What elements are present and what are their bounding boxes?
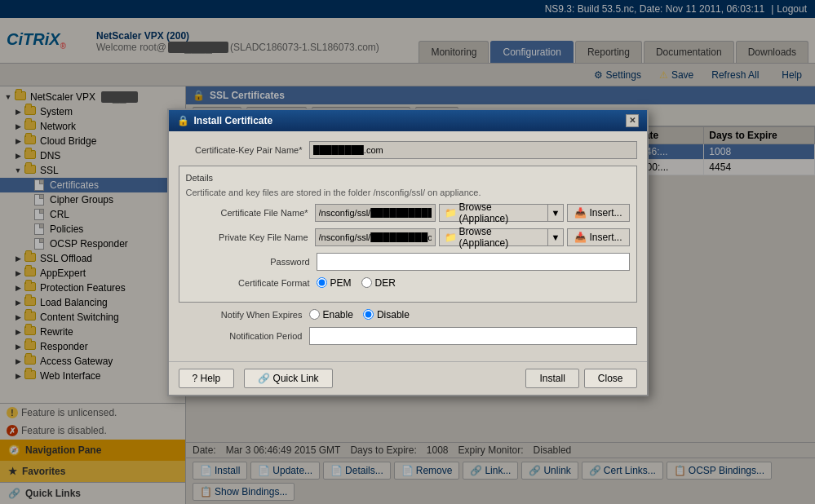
cert-browse-appliance-btn[interactable]: 📁 Browse (Appliance) [439, 204, 547, 222]
modal-footer-left: ? Help 🔗 Quick Link [179, 369, 333, 388]
modal-install-btn[interactable]: Install [525, 369, 578, 388]
details-group: Details Certificate and key files are st… [179, 166, 637, 303]
modal-help-btn[interactable]: ? Help [179, 369, 235, 388]
cert-format-row: Certificate Format PEM DER [186, 277, 630, 289]
notify-row: Notify When Expires Enable Disable [179, 309, 637, 321]
modal-body: Certificate-Key Pair Name* Details Certi… [169, 131, 647, 361]
cert-file-label: Certificate File Name* [186, 208, 315, 218]
key-browse-dropdown[interactable]: ▼ [547, 228, 565, 246]
pem-radio[interactable]: PEM [317, 277, 352, 289]
cert-format-radio-group: PEM DER [317, 277, 396, 289]
notify-enable-radio[interactable]: Enable [309, 309, 353, 321]
cert-insert-btn[interactable]: 📥 Insert... [567, 204, 629, 222]
quick-link-icon: 🔗 [258, 373, 270, 384]
pem-radio-input[interactable] [317, 277, 327, 288]
cert-format-label: Certificate Format [186, 278, 317, 288]
modal-cert-icon: 🔒 [177, 115, 189, 126]
help-icon: ? [193, 373, 198, 384]
cert-key-pair-row: Certificate-Key Pair Name* [179, 141, 637, 159]
notify-disable-input[interactable] [363, 309, 374, 320]
modal-title: Install Certificate [194, 115, 273, 126]
modal-close-btn[interactable]: Close [584, 369, 637, 388]
cert-browse-group: 📁 Browse (Appliance) ▼ [439, 204, 565, 222]
quick-link-btn[interactable]: 🔗 Quick Link [244, 369, 332, 388]
modal-close-button[interactable]: ✕ [626, 114, 639, 127]
notify-enable-input[interactable] [309, 309, 320, 320]
cert-file-row: Certificate File Name* 📁 Browse (Applian… [186, 204, 630, 222]
modal-overlay: 🔒 Install Certificate ✕ Certificate-Key … [0, 0, 815, 504]
key-insert-btn[interactable]: 📥 Insert... [567, 228, 629, 246]
cert-key-pair-label: Certificate-Key Pair Name* [179, 145, 309, 155]
notify-label: Notify When Expires [179, 310, 309, 320]
password-input[interactable] [317, 253, 630, 271]
insert-icon: 📥 [574, 207, 587, 219]
notification-period-row: Notification Period [179, 327, 637, 345]
key-browse-appliance-btn[interactable]: 📁 Browse (Appliance) [439, 228, 547, 246]
modal-footer: ? Help 🔗 Quick Link Install Close [169, 361, 647, 395]
notification-period-label: Notification Period [179, 331, 309, 341]
key-file-label: Private Key File Name [186, 232, 315, 242]
details-desc: Certificate and key files are stored in … [186, 188, 630, 197]
install-certificate-modal: 🔒 Install Certificate ✕ Certificate-Key … [167, 108, 649, 396]
password-label: Password [186, 257, 317, 267]
insert-icon: 📥 [574, 232, 587, 243]
details-title: Details [186, 173, 630, 183]
notify-radio-group: Enable Disable [309, 309, 410, 321]
key-browse-group: 📁 Browse (Appliance) ▼ [439, 228, 565, 246]
modal-titlebar: 🔒 Install Certificate ✕ [169, 110, 647, 131]
cert-browse-dropdown[interactable]: ▼ [547, 204, 565, 222]
cert-key-pair-input[interactable] [309, 141, 637, 159]
key-file-input[interactable] [315, 228, 436, 246]
der-radio-input[interactable] [361, 277, 372, 288]
browse-icon: 📁 [445, 207, 457, 219]
modal-footer-right: Install Close [525, 369, 636, 388]
browse-icon: 📁 [445, 232, 457, 243]
cert-file-input[interactable] [315, 204, 436, 222]
key-file-row: Private Key File Name 📁 Browse (Applianc… [186, 228, 630, 246]
password-row: Password [186, 253, 630, 271]
notify-disable-radio[interactable]: Disable [363, 309, 410, 321]
notification-period-input[interactable] [309, 327, 637, 345]
der-radio[interactable]: DER [361, 277, 396, 289]
